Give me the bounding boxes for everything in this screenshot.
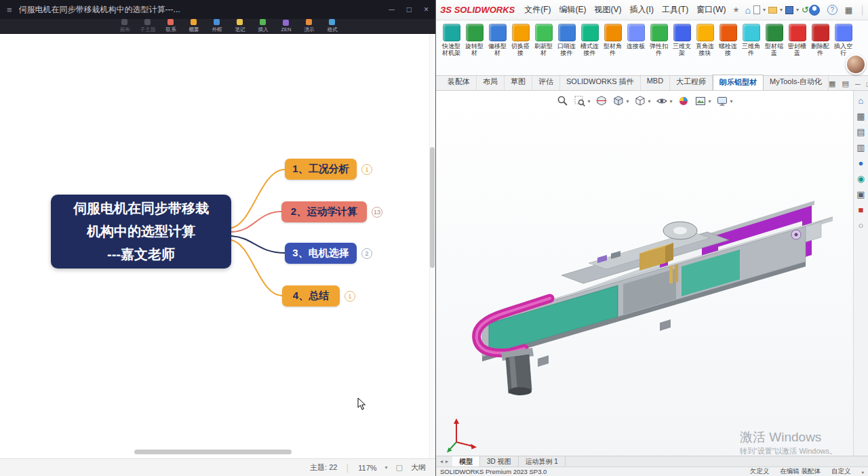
branch-topic[interactable]: 3、电机选择	[285, 243, 357, 264]
ribbon-button[interactable]: 刷新型材	[532, 22, 555, 75]
branch-count-badge[interactable]: 1	[344, 291, 355, 302]
branch-topic[interactable]: 2、运动学计算	[281, 201, 367, 222]
toolbar-button[interactable]: 演示	[298, 19, 319, 33]
ribbon-button[interactable]: 螺栓连接	[717, 22, 739, 75]
ribbon-button[interactable]: 删除配件	[809, 22, 831, 75]
zoom-level[interactable]: 117%	[358, 464, 376, 472]
document-tab[interactable]: 运动算例 1	[519, 456, 566, 467]
view-orientation-caret-icon[interactable]: ▾	[626, 98, 629, 104]
design-library-icon[interactable]: ▤	[856, 127, 865, 136]
mindmap-central-topic[interactable]: 伺服电机在同步带移栽 机构中的选型计算 ---嘉文老师	[51, 195, 231, 269]
custom-properties-icon[interactable]: ■	[859, 205, 864, 214]
command-tab[interactable]: MyTools-自动化	[764, 75, 829, 90]
ribbon-button[interactable]: 三维支架	[671, 22, 693, 75]
command-tab[interactable]: 大工程师	[670, 75, 713, 90]
command-tab[interactable]: 朗乐铝型材	[713, 75, 764, 90]
ribbon-button[interactable]: 切换搭接	[509, 22, 532, 75]
vertical-scrollbar-thumb[interactable]	[430, 147, 435, 268]
ribbon-button[interactable]: 型材端盖	[763, 22, 785, 75]
scene-icon[interactable]: ▣	[856, 190, 865, 199]
display-style-caret-icon[interactable]: ▾	[648, 98, 650, 104]
model-viewport[interactable]: ▾ ▾ ▾	[436, 91, 853, 456]
assembly-model[interactable]	[436, 91, 854, 456]
branch-count-badge[interactable]: 13	[372, 207, 382, 218]
display-style-icon[interactable]	[633, 95, 646, 107]
ribbon-button[interactable]: 型材角件	[601, 22, 624, 75]
menu-item[interactable]: 窗口(W)	[692, 4, 730, 16]
customize-caret-icon[interactable]: ▴	[861, 469, 864, 475]
open-document-icon[interactable]	[768, 7, 777, 14]
branch-topic[interactable]: 1、工况分析	[285, 159, 357, 180]
toolbar-button[interactable]: 外框	[206, 19, 227, 33]
file-explorer-icon[interactable]: ▥	[856, 143, 865, 152]
open-document-caret-icon[interactable]: ▾	[780, 7, 783, 13]
home-icon[interactable]: ⌂	[745, 5, 750, 15]
hide-show-caret-icon[interactable]: ▾	[670, 98, 673, 104]
sw-resources-icon[interactable]: ▦	[856, 112, 865, 121]
horizontal-scrollbar-thumb[interactable]	[134, 450, 292, 454]
customize-menu[interactable]: 自定义	[831, 467, 851, 476]
zoom-caret-icon[interactable]: ▾	[385, 464, 388, 471]
toolbar-button[interactable]: 笔记	[229, 19, 250, 33]
toolbar-button[interactable]: 插入	[252, 19, 273, 33]
ribbon-button[interactable]: 三维角件	[740, 22, 762, 75]
document-tab[interactable]: 模型	[452, 456, 480, 467]
section-view-icon[interactable]	[595, 95, 607, 107]
view-orientation-icon[interactable]	[612, 95, 624, 107]
home-icon[interactable]: ⌂	[859, 96, 864, 105]
view-settings-caret-icon[interactable]: ▾	[730, 98, 733, 104]
ribbon-button[interactable]: 弹性扣件	[648, 22, 670, 75]
menu-item[interactable]: 插入(I)	[626, 4, 658, 16]
branch-topic[interactable]: 4、总结	[282, 285, 340, 306]
ribbon-button[interactable]: 口哨连接件	[555, 22, 578, 75]
toolbar-button[interactable]: 联系	[160, 19, 181, 33]
apps-grid-icon[interactable]: ▦	[845, 5, 852, 15]
close-button[interactable]: ×	[424, 5, 429, 14]
command-tab[interactable]: MBD	[641, 75, 670, 90]
ribbon-button[interactable]: 偏移型材	[486, 22, 509, 75]
edit-appearance-icon[interactable]	[677, 95, 690, 107]
cascade-windows-icon[interactable]: ▤	[842, 79, 849, 88]
menu-item[interactable]: 工具(T)	[658, 4, 692, 16]
ribbon-button[interactable]: 直角连接块	[694, 22, 716, 75]
command-tab[interactable]: 装配体	[441, 75, 477, 90]
minimize-button[interactable]: ─	[389, 5, 395, 14]
command-tab[interactable]: SOLIDWORKS 插件	[560, 75, 641, 90]
command-tab[interactable]: 布局	[477, 75, 505, 90]
save-icon[interactable]	[785, 6, 793, 14]
hide-show-items-icon[interactable]	[656, 95, 668, 107]
doc-minimize-button[interactable]: ─	[855, 80, 861, 88]
menu-item[interactable]: 视图(V)	[591, 4, 626, 16]
ribbon-button[interactable]: 密封槽盖	[786, 22, 808, 75]
rebuild-icon[interactable]: ↺	[802, 5, 809, 14]
outline-toggle[interactable]: 大纲	[411, 462, 426, 473]
toolbar-button[interactable]: 概要	[183, 19, 204, 33]
new-document-caret-icon[interactable]: ▾	[763, 7, 766, 13]
pin-menu-icon[interactable]: ★	[733, 5, 740, 14]
command-tab[interactable]: 评估	[532, 75, 560, 90]
ribbon-button[interactable]: 旋转型材	[463, 22, 486, 75]
toolbar-button[interactable]: 画布	[114, 19, 135, 33]
user-account-icon[interactable]	[809, 5, 820, 16]
toolbar-button[interactable]: 格式	[321, 19, 342, 33]
document-tab[interactable]: 3D 视图	[480, 456, 519, 467]
mindmap-canvas[interactable]: 伺服电机在同步带移栽 机构中的选型计算 ---嘉文老师 1、工况分析 1 2、运…	[0, 34, 435, 458]
toolbar-button[interactable]: 子主题	[137, 19, 158, 33]
zoom-caret-icon[interactable]: ▾	[587, 98, 590, 104]
view-settings-icon[interactable]	[716, 95, 728, 107]
branch-count-badge[interactable]: 1	[361, 164, 372, 175]
doctab-left-arrow-icon[interactable]: ◂	[440, 458, 443, 464]
menu-item[interactable]: 编辑(E)	[555, 4, 591, 16]
view-palette-icon[interactable]: ●	[859, 159, 864, 167]
apply-scene-icon[interactable]	[694, 95, 707, 107]
zoom-area-icon[interactable]	[573, 95, 585, 107]
doctab-right-arrow-icon[interactable]: ▸	[446, 458, 448, 464]
menu-item[interactable]: 文件(F)	[520, 4, 555, 16]
appearances-icon[interactable]: ◉	[857, 174, 865, 183]
help-icon[interactable]: ?	[827, 5, 837, 15]
toolbar-button[interactable]: ZEN	[275, 20, 296, 33]
command-tab[interactable]: 草图	[505, 75, 532, 90]
ribbon-button[interactable]: 快速型材机架	[440, 22, 462, 75]
save-caret-icon[interactable]: ▾	[796, 7, 799, 13]
zoom-fit-icon[interactable]	[556, 95, 568, 107]
